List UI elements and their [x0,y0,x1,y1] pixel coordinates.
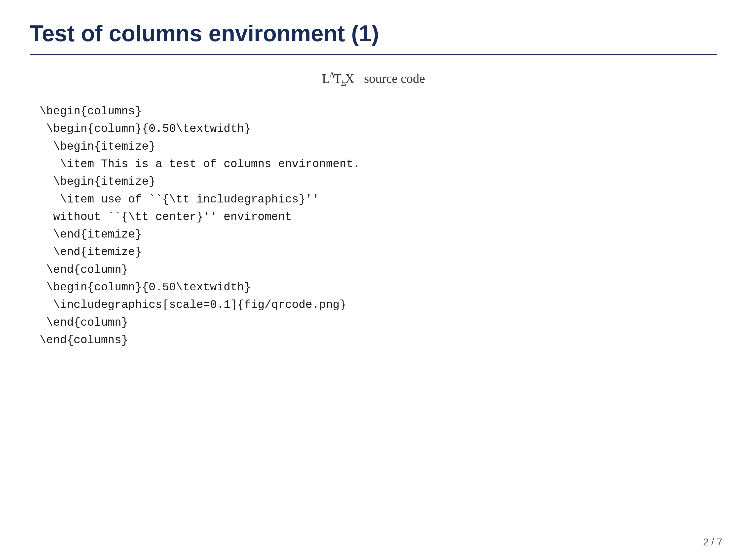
latex-x: X [345,72,355,86]
latex-logo: LATEX [322,72,358,86]
slide-title: Test of columns environment (1) [30,20,717,47]
slide-number: 2 / 7 [703,537,722,548]
code-block: \begin{columns} \begin{column}{0.50\text… [40,103,717,349]
subtitle-label: LATEX source code [30,70,717,88]
source-code-label: source code [358,72,425,86]
title-divider [30,54,717,55]
slide-container: Test of columns environment (1) LATEX so… [0,0,747,560]
title-section: Test of columns environment (1) [30,20,717,55]
